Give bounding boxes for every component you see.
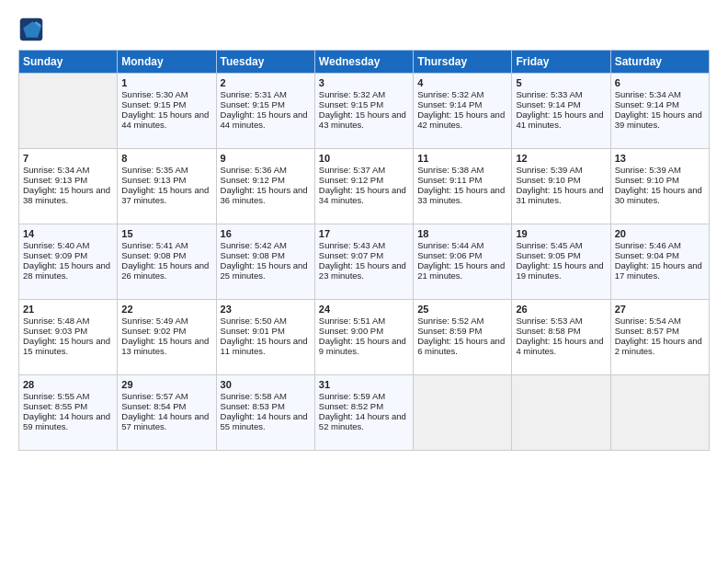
day-number: 24	[319, 304, 409, 315]
day-number: 12	[516, 153, 606, 164]
daylight-text: Daylight: 15 hours and 31 minutes.	[516, 185, 606, 205]
sunset-text: Sunset: 8:55 PM	[23, 401, 113, 411]
sunset-text: Sunset: 9:03 PM	[23, 326, 113, 336]
daylight-text: Daylight: 15 hours and 19 minutes.	[516, 260, 606, 281]
sunset-text: Sunset: 9:11 PM	[417, 175, 507, 185]
sunset-text: Sunset: 9:14 PM	[417, 99, 507, 109]
sunrise-text: Sunrise: 5:59 AM	[319, 391, 409, 401]
sunset-text: Sunset: 9:08 PM	[121, 250, 211, 260]
sunset-text: Sunset: 9:01 PM	[221, 326, 311, 336]
sunrise-text: Sunrise: 5:39 AM	[615, 165, 705, 175]
day-number: 27	[615, 304, 705, 315]
calendar-header-saturday: Saturday	[610, 51, 709, 74]
sunrise-text: Sunrise: 5:46 AM	[615, 240, 705, 250]
calendar-cell: 23Sunrise: 5:50 AMSunset: 9:01 PMDayligh…	[216, 300, 314, 375]
sunset-text: Sunset: 9:12 PM	[221, 175, 311, 185]
daylight-text: Daylight: 15 hours and 37 minutes.	[121, 185, 211, 205]
calendar-header-friday: Friday	[512, 51, 610, 74]
daylight-text: Daylight: 15 hours and 17 minutes.	[615, 260, 705, 281]
sunset-text: Sunset: 9:15 PM	[221, 99, 311, 109]
sunrise-text: Sunrise: 5:54 AM	[615, 316, 705, 326]
calendar-cell: 29Sunrise: 5:57 AMSunset: 8:54 PMDayligh…	[118, 375, 216, 451]
calendar-cell: 6Sunrise: 5:34 AMSunset: 9:14 PMDaylight…	[610, 74, 709, 149]
calendar-cell: 17Sunrise: 5:43 AMSunset: 9:07 PMDayligh…	[314, 224, 413, 300]
sunrise-text: Sunrise: 5:50 AM	[221, 316, 311, 326]
sunrise-text: Sunrise: 5:45 AM	[516, 240, 606, 250]
logo	[18, 17, 48, 42]
day-number: 29	[121, 379, 211, 390]
sunset-text: Sunset: 8:59 PM	[417, 326, 507, 336]
day-number: 1	[121, 77, 211, 88]
day-number: 19	[516, 228, 606, 239]
sunset-text: Sunset: 8:54 PM	[121, 401, 211, 411]
sunrise-text: Sunrise: 5:48 AM	[23, 316, 113, 326]
daylight-text: Daylight: 15 hours and 39 minutes.	[615, 109, 705, 130]
sunset-text: Sunset: 9:04 PM	[615, 250, 705, 260]
calendar-week-1: 7Sunrise: 5:34 AMSunset: 9:13 PMDaylight…	[19, 149, 710, 224]
daylight-text: Daylight: 15 hours and 30 minutes.	[615, 185, 705, 205]
calendar-header-wednesday: Wednesday	[314, 51, 413, 74]
sunset-text: Sunset: 8:53 PM	[221, 401, 311, 411]
day-number: 10	[319, 153, 409, 164]
calendar-cell: 5Sunrise: 5:33 AMSunset: 9:14 PMDaylight…	[512, 74, 610, 149]
daylight-text: Daylight: 15 hours and 23 minutes.	[319, 260, 409, 281]
day-number: 15	[121, 228, 211, 239]
calendar-cell: 31Sunrise: 5:59 AMSunset: 8:52 PMDayligh…	[314, 375, 413, 451]
daylight-text: Daylight: 15 hours and 36 minutes.	[221, 185, 311, 205]
daylight-text: Daylight: 15 hours and 26 minutes.	[121, 260, 211, 281]
sunset-text: Sunset: 9:08 PM	[221, 250, 311, 260]
calendar-cell: 27Sunrise: 5:54 AMSunset: 8:57 PMDayligh…	[610, 300, 709, 375]
logo-icon	[18, 17, 44, 42]
calendar-header-monday: Monday	[118, 51, 216, 74]
calendar-week-4: 28Sunrise: 5:55 AMSunset: 8:55 PMDayligh…	[19, 375, 710, 451]
sunrise-text: Sunrise: 5:44 AM	[417, 240, 507, 250]
daylight-text: Daylight: 15 hours and 33 minutes.	[417, 185, 507, 205]
daylight-text: Daylight: 15 hours and 2 minutes.	[615, 336, 705, 356]
sunset-text: Sunset: 8:52 PM	[319, 401, 409, 411]
calendar-cell: 21Sunrise: 5:48 AMSunset: 9:03 PMDayligh…	[19, 300, 118, 375]
calendar-header-thursday: Thursday	[414, 51, 512, 74]
day-number: 23	[221, 304, 311, 315]
calendar-week-0: 1Sunrise: 5:30 AMSunset: 9:15 PMDaylight…	[19, 74, 710, 149]
calendar-cell: 22Sunrise: 5:49 AMSunset: 9:02 PMDayligh…	[118, 300, 216, 375]
sunrise-text: Sunrise: 5:53 AM	[516, 316, 606, 326]
sunrise-text: Sunrise: 5:57 AM	[121, 391, 211, 401]
daylight-text: Daylight: 15 hours and 25 minutes.	[221, 260, 311, 281]
day-number: 5	[516, 77, 606, 88]
calendar-cell: 13Sunrise: 5:39 AMSunset: 9:10 PMDayligh…	[610, 149, 709, 224]
calendar-cell	[610, 375, 709, 451]
calendar-week-3: 21Sunrise: 5:48 AMSunset: 9:03 PMDayligh…	[19, 300, 710, 375]
header	[18, 17, 710, 42]
calendar-cell: 15Sunrise: 5:41 AMSunset: 9:08 PMDayligh…	[118, 224, 216, 300]
day-number: 9	[221, 153, 311, 164]
sunset-text: Sunset: 9:10 PM	[516, 175, 606, 185]
sunrise-text: Sunrise: 5:33 AM	[516, 89, 606, 99]
sunset-text: Sunset: 9:05 PM	[516, 250, 606, 260]
calendar-cell: 2Sunrise: 5:31 AMSunset: 9:15 PMDaylight…	[216, 74, 314, 149]
calendar-header-tuesday: Tuesday	[216, 51, 314, 74]
day-number: 13	[615, 153, 705, 164]
sunset-text: Sunset: 9:14 PM	[615, 99, 705, 109]
day-number: 31	[319, 379, 409, 390]
calendar-body: 1Sunrise: 5:30 AMSunset: 9:15 PMDaylight…	[19, 74, 710, 451]
day-number: 25	[417, 304, 507, 315]
daylight-text: Daylight: 15 hours and 43 minutes.	[319, 109, 409, 130]
day-number: 4	[417, 77, 507, 88]
sunset-text: Sunset: 9:10 PM	[615, 175, 705, 185]
day-number: 8	[121, 153, 211, 164]
calendar-header-row: SundayMondayTuesdayWednesdayThursdayFrid…	[19, 51, 710, 74]
sunrise-text: Sunrise: 5:34 AM	[23, 165, 113, 175]
sunset-text: Sunset: 9:06 PM	[417, 250, 507, 260]
day-number: 18	[417, 228, 507, 239]
sunrise-text: Sunrise: 5:52 AM	[417, 316, 507, 326]
calendar-cell: 26Sunrise: 5:53 AMSunset: 8:58 PMDayligh…	[512, 300, 610, 375]
day-number: 16	[221, 228, 311, 239]
calendar-table: SundayMondayTuesdayWednesdayThursdayFrid…	[18, 50, 710, 451]
sunrise-text: Sunrise: 5:30 AM	[121, 89, 211, 99]
calendar-week-2: 14Sunrise: 5:40 AMSunset: 9:09 PMDayligh…	[19, 224, 710, 300]
daylight-text: Daylight: 15 hours and 9 minutes.	[319, 336, 409, 356]
daylight-text: Daylight: 15 hours and 34 minutes.	[319, 185, 409, 205]
sunrise-text: Sunrise: 5:49 AM	[121, 316, 211, 326]
calendar-cell: 9Sunrise: 5:36 AMSunset: 9:12 PMDaylight…	[216, 149, 314, 224]
calendar-cell: 11Sunrise: 5:38 AMSunset: 9:11 PMDayligh…	[414, 149, 512, 224]
